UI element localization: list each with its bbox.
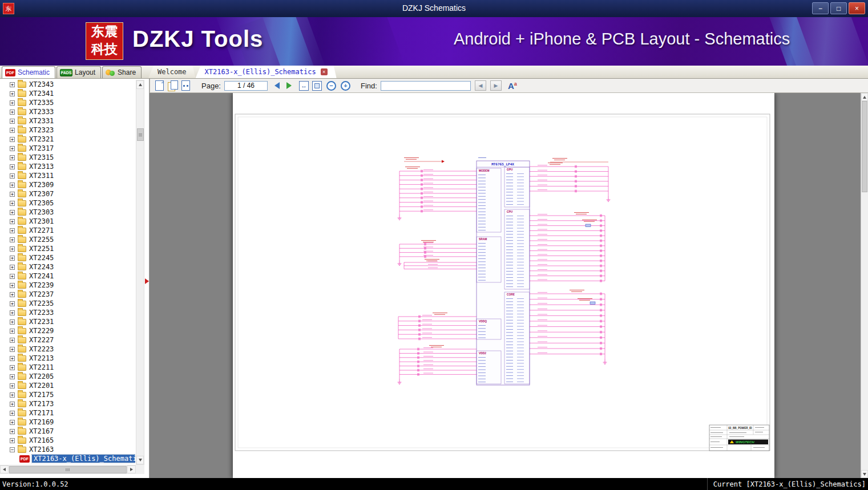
expand-icon[interactable]: + bbox=[10, 256, 15, 261]
scroll-down-icon[interactable] bbox=[861, 470, 868, 478]
expand-icon[interactable]: + bbox=[10, 374, 15, 379]
expand-icon[interactable]: + bbox=[10, 292, 15, 297]
next-page-button[interactable] bbox=[286, 82, 292, 89]
expand-icon[interactable]: + bbox=[10, 228, 15, 233]
tree-item-xt2321[interactable]: +XT2321 bbox=[0, 135, 135, 144]
expand-icon[interactable]: + bbox=[10, 164, 15, 169]
find-previous-button[interactable]: ◀ bbox=[475, 80, 486, 91]
tree-item-xt2213[interactable]: +XT2213 bbox=[0, 354, 135, 363]
expand-icon[interactable]: + bbox=[10, 420, 15, 425]
tree-item-xt2243[interactable]: +XT2243 bbox=[0, 262, 135, 272]
tab-schematic[interactable]: PDF Schematic bbox=[2, 66, 55, 78]
expand-icon[interactable]: + bbox=[10, 100, 15, 106]
doc-tab-welcome[interactable]: Welcome bbox=[148, 66, 196, 78]
expand-icon[interactable]: + bbox=[10, 128, 15, 133]
expand-icon[interactable]: + bbox=[10, 438, 15, 443]
expand-icon[interactable]: + bbox=[10, 274, 15, 279]
expand-icon[interactable]: + bbox=[10, 319, 15, 325]
tab-layout[interactable]: PADS Layout bbox=[56, 66, 101, 78]
tree-item-xt2271[interactable]: +XT2271 bbox=[0, 226, 135, 235]
expand-icon[interactable]: + bbox=[10, 301, 15, 306]
expand-icon[interactable]: + bbox=[10, 246, 15, 252]
tree-item-xt2255[interactable]: +XT2255 bbox=[0, 235, 135, 244]
tree-item-xt2205[interactable]: +XT2205 bbox=[0, 372, 135, 381]
tree-item-xt2245[interactable]: +XT2245 bbox=[0, 253, 135, 262]
tree-item-xt2169[interactable]: +XT2169 bbox=[0, 418, 135, 427]
expand-icon[interactable]: + bbox=[10, 110, 15, 115]
expand-icon[interactable]: + bbox=[10, 356, 15, 361]
expand-icon[interactable]: + bbox=[10, 383, 15, 388]
fit-page-button[interactable] bbox=[312, 81, 322, 91]
collapse-icon[interactable]: − bbox=[10, 447, 15, 452]
tree-item-xt2333[interactable]: +XT2333 bbox=[0, 107, 135, 116]
tree-item-xt2171[interactable]: +XT2171 bbox=[0, 408, 135, 418]
close-button[interactable]: × bbox=[849, 2, 865, 14]
viewer-vscrollbar[interactable] bbox=[861, 93, 868, 478]
tree-item-xt2211[interactable]: +XT2211 bbox=[0, 363, 135, 372]
match-case-button[interactable]: A a bbox=[508, 82, 517, 90]
zoom-out-button[interactable]: − bbox=[326, 81, 336, 91]
tree-item-xt2309[interactable]: +XT2309 bbox=[0, 180, 135, 189]
previous-page-button[interactable] bbox=[274, 82, 280, 89]
tree-item-xt2303[interactable]: +XT2303 bbox=[0, 208, 135, 217]
continuous-view-button[interactable] bbox=[181, 80, 190, 91]
tree-item-xt2311[interactable]: +XT2311 bbox=[0, 171, 135, 180]
sidebar-hscrollbar[interactable] bbox=[0, 465, 136, 474]
tree-item-xt2301[interactable]: +XT2301 bbox=[0, 217, 135, 226]
scroll-right-icon[interactable] bbox=[127, 465, 136, 473]
scrollbar-thumb[interactable] bbox=[862, 101, 867, 192]
expand-icon[interactable]: + bbox=[10, 338, 15, 343]
sidebar-vscrollbar[interactable] bbox=[136, 80, 144, 465]
scroll-up-icon[interactable] bbox=[136, 80, 144, 89]
expand-icon[interactable]: + bbox=[10, 365, 15, 370]
page-input[interactable] bbox=[224, 81, 268, 91]
fit-width-button[interactable]: ↔ bbox=[299, 81, 309, 91]
tree-item-xt2307[interactable]: +XT2307 bbox=[0, 189, 135, 199]
tree-item-xt2315[interactable]: +XT2315 bbox=[0, 153, 135, 162]
tree-item-xt2343[interactable]: +XT2343 bbox=[0, 80, 135, 89]
tree-item-xt2163[interactable]: −XT2163 bbox=[0, 445, 135, 454]
tree-item-xt2227[interactable]: +XT2227 bbox=[0, 335, 135, 345]
maximize-button[interactable]: □ bbox=[830, 2, 847, 14]
tree-item-xt2233[interactable]: +XT2233 bbox=[0, 308, 135, 317]
tree-item-xt2201[interactable]: +XT2201 bbox=[0, 381, 135, 390]
splitter-collapse-button[interactable] bbox=[145, 278, 149, 284]
expand-icon[interactable]: + bbox=[10, 347, 15, 352]
minimize-button[interactable]: − bbox=[812, 2, 829, 14]
tree-item-xt2237[interactable]: +XT2237 bbox=[0, 290, 135, 299]
tree-item-xt2331[interactable]: +XT2331 bbox=[0, 116, 135, 125]
facing-pages-view-button[interactable] bbox=[168, 80, 177, 91]
find-input[interactable] bbox=[381, 81, 471, 91]
scrollbar-thumb[interactable] bbox=[137, 128, 144, 141]
tree-item-selected-schematic[interactable]: PDFXT2163-x_(Ellis)_Schematics bbox=[0, 454, 135, 463]
expand-icon[interactable]: + bbox=[10, 329, 15, 334]
expand-icon[interactable]: + bbox=[10, 411, 15, 416]
expand-icon[interactable]: + bbox=[10, 82, 15, 87]
expand-icon[interactable]: + bbox=[10, 155, 15, 160]
expand-icon[interactable]: + bbox=[10, 183, 15, 188]
find-next-button[interactable]: ▶ bbox=[490, 80, 502, 91]
tree-item-xt2313[interactable]: +XT2313 bbox=[0, 162, 135, 171]
expand-icon[interactable]: + bbox=[10, 192, 15, 197]
tree-item-xt2305[interactable]: +XT2305 bbox=[0, 199, 135, 208]
tree-item-xt2173[interactable]: +XT2173 bbox=[0, 399, 135, 408]
tree-item-xt2231[interactable]: +XT2231 bbox=[0, 317, 135, 326]
tab-share[interactable]: Share bbox=[102, 66, 142, 78]
doc-tab-xt2163-schematics[interactable]: XT2163-x_(Ellis)_Schematics × bbox=[196, 66, 337, 78]
single-page-view-button[interactable] bbox=[155, 80, 164, 91]
tree-item-xt2165[interactable]: +XT2165 bbox=[0, 436, 135, 445]
expand-icon[interactable]: + bbox=[10, 201, 15, 206]
tree-item-xt2241[interactable]: +XT2241 bbox=[0, 272, 135, 281]
tree-item-xt2341[interactable]: +XT2341 bbox=[0, 89, 135, 98]
expand-icon[interactable]: + bbox=[10, 119, 15, 124]
tree-item-xt2239[interactable]: +XT2239 bbox=[0, 281, 135, 290]
tree-item-xt2251[interactable]: +XT2251 bbox=[0, 244, 135, 253]
expand-icon[interactable]: + bbox=[10, 91, 15, 96]
tree-item-xt2229[interactable]: +XT2229 bbox=[0, 326, 135, 335]
tree-item-xt2335[interactable]: +XT2335 bbox=[0, 98, 135, 107]
tree-item-xt2223[interactable]: +XT2223 bbox=[0, 345, 135, 354]
tree-item-xt2167[interactable]: +XT2167 bbox=[0, 427, 135, 436]
expand-icon[interactable]: + bbox=[10, 219, 15, 224]
expand-icon[interactable]: + bbox=[10, 283, 15, 288]
scroll-left-icon[interactable] bbox=[0, 465, 9, 473]
